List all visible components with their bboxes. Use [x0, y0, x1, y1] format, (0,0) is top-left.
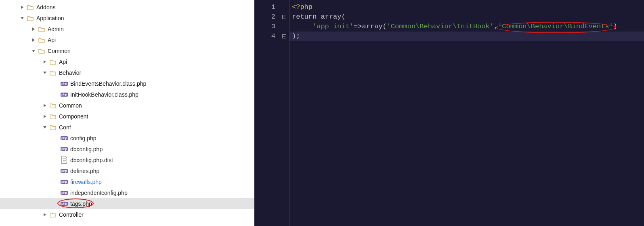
tree-file-row[interactable]: phpdbconfig.php: [0, 144, 254, 154]
code-token: ,: [494, 23, 498, 30]
tree-item-label: Common: [48, 48, 71, 54]
tree-folder-row[interactable]: Admin: [0, 23, 254, 34]
code-token: =>: [354, 23, 362, 30]
folder-icon: [38, 48, 45, 54]
chevron-down-icon[interactable]: [31, 48, 36, 54]
chevron-right-icon[interactable]: [42, 212, 48, 218]
folder-icon: [49, 211, 57, 218]
code-token: 'app_init': [313, 23, 354, 30]
svg-marker-2: [32, 27, 35, 31]
tree-file-row[interactable]: phpdefines.php: [0, 165, 254, 176]
php-file-icon: php: [61, 91, 68, 98]
code-token: array: [321, 13, 341, 21]
code-line[interactable]: return array(: [289, 12, 644, 22]
tree-item-label: Api: [48, 37, 56, 43]
tree-item-label: Api: [59, 59, 67, 65]
php-badge: php: [61, 93, 68, 97]
php-file-icon: php: [61, 190, 68, 196]
php-badge: php: [61, 202, 68, 206]
tree-item-label: Conf: [59, 124, 71, 131]
tree-folder-row[interactable]: Component: [0, 111, 254, 122]
tree-item-label: Component: [59, 113, 88, 120]
tree-folder-row[interactable]: Api: [0, 56, 254, 67]
chevron-down-icon[interactable]: [42, 70, 48, 76]
gutter-line-number: 2: [254, 12, 279, 22]
fold-marker-none: [279, 22, 289, 32]
svg-marker-7: [44, 104, 46, 107]
tree-item-label: firewalls.php: [70, 179, 102, 185]
tree-file-row[interactable]: phptags.php: [0, 198, 254, 209]
tree-item-label: Addons: [36, 4, 55, 11]
editor-fold-column: [279, 0, 289, 226]
folder-icon: [49, 124, 57, 131]
php-badge: php: [61, 82, 68, 86]
tree-file-row[interactable]: phpconfig.php: [0, 133, 254, 144]
php-file-icon: php: [61, 179, 68, 185]
tree-item-label: dbconfig.php.dist: [70, 157, 113, 163]
tree-folder-row[interactable]: Common: [0, 100, 254, 111]
code-editor-pane[interactable]: 1 2 3 4 <?php return array( 'app_init'=>…: [254, 0, 644, 226]
php-badge: php: [61, 136, 68, 140]
tree-file-row[interactable]: dbconfig.php.dist: [0, 154, 254, 165]
chevron-right-icon[interactable]: [42, 114, 48, 119]
svg-marker-3: [32, 38, 35, 42]
code-line[interactable]: <?php: [289, 2, 644, 12]
tree-item-label: Behavior: [59, 70, 81, 76]
code-token: );: [292, 32, 300, 40]
tree-item-label: Application: [36, 15, 64, 21]
chevron-right-icon[interactable]: [31, 26, 36, 32]
tree-folder-row[interactable]: Common: [0, 45, 254, 56]
tree-item-label: defines.php: [70, 168, 99, 174]
code-token-highlighted: 'Common\Behavior\BindEvents': [498, 23, 613, 30]
code-token: 'Common\Behavior\InitHook': [387, 23, 494, 30]
tree-folder-row[interactable]: Addons: [0, 2, 254, 13]
tree-folder-row[interactable]: Api: [0, 34, 254, 45]
folder-icon: [27, 15, 34, 21]
code-token: <?php: [292, 3, 313, 11]
fold-marker-open-icon[interactable]: [279, 12, 289, 22]
chevron-right-icon[interactable]: [19, 4, 25, 10]
project-tree-pane[interactable]: AddonsApplicationAdminApiCommonApiBehavi…: [0, 0, 254, 226]
gutter-line-number: 4: [254, 32, 279, 41]
tree-folder-row[interactable]: Controller: [0, 209, 254, 220]
svg-marker-9: [43, 126, 46, 129]
tree-item-label: InitHookBehavior.class.php: [70, 91, 138, 98]
folder-icon: [49, 113, 57, 120]
php-file-icon: php: [61, 168, 68, 174]
tree-item-label: Common: [59, 102, 82, 109]
chevron-down-icon[interactable]: [19, 15, 25, 21]
svg-marker-6: [43, 72, 46, 74]
tree-folder-row[interactable]: Conf: [0, 122, 254, 133]
tree-file-row[interactable]: phpBindEventsBehavior.class.php: [0, 78, 254, 89]
tree-folder-row[interactable]: Application: [0, 13, 254, 23]
chevron-down-icon[interactable]: [42, 125, 48, 130]
php-file-icon: php: [61, 146, 68, 152]
php-file-icon: php: [61, 80, 68, 87]
tree-file-row[interactable]: phpInitHookBehavior.class.php: [0, 89, 254, 100]
svg-marker-4: [32, 50, 35, 52]
chevron-right-icon[interactable]: [42, 59, 48, 65]
code-area[interactable]: <?php return array( 'app_init'=>array('C…: [289, 0, 644, 226]
folder-icon: [38, 26, 45, 32]
code-line[interactable]: );: [289, 32, 644, 41]
svg-marker-5: [44, 60, 46, 63]
tree-file-row[interactable]: phpindependentconfig.php: [0, 187, 254, 198]
fold-marker-close-icon[interactable]: [279, 32, 289, 41]
php-badge: php: [61, 169, 68, 173]
chevron-right-icon[interactable]: [31, 37, 36, 43]
php-badge: php: [61, 191, 68, 195]
code-token: (: [341, 13, 345, 21]
tree-item-label: Controller: [59, 211, 84, 218]
chevron-right-icon[interactable]: [42, 103, 48, 108]
gutter-line-number: 3: [254, 22, 279, 32]
svg-marker-13: [44, 213, 46, 216]
tree-item-label: Admin: [48, 26, 64, 32]
project-tree[interactable]: AddonsApplicationAdminApiCommonApiBehavi…: [0, 0, 254, 220]
code-line[interactable]: 'app_init'=>array('Common\Behavior\InitH…: [289, 22, 644, 32]
tree-item-label: config.php: [70, 135, 96, 142]
tree-item-label: dbconfig.php: [70, 146, 103, 152]
tree-item-label: independentconfig.php: [70, 190, 128, 196]
tree-folder-row[interactable]: Behavior: [0, 67, 254, 78]
tree-file-row[interactable]: phpfirewalls.php: [0, 176, 254, 187]
php-file-icon: php: [61, 135, 68, 142]
